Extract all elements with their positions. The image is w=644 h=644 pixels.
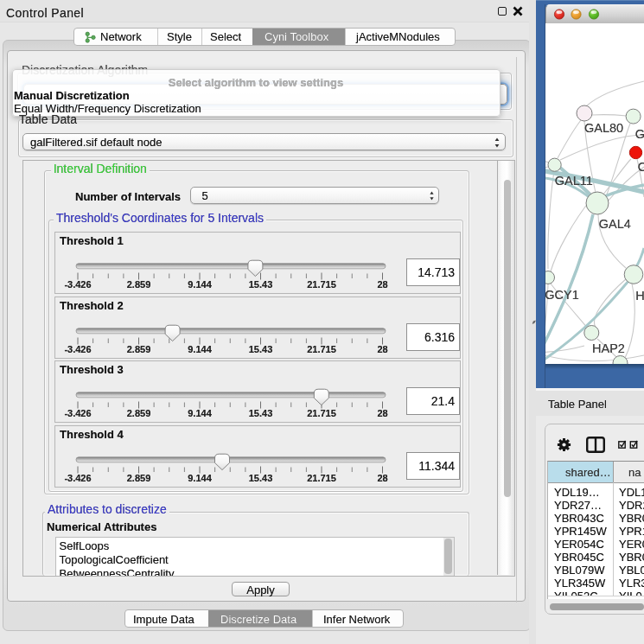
svg-text:C: C (638, 160, 644, 174)
svg-text:G: G (635, 127, 644, 141)
svg-text:HAP2: HAP2 (592, 341, 625, 355)
svg-text:GAL80: GAL80 (584, 121, 623, 135)
svg-text:GAL11: GAL11 (555, 174, 593, 188)
svg-text:H: H (635, 289, 644, 303)
svg-text:GAL4: GAL4 (599, 217, 631, 231)
svg-text:GCY1: GCY1 (545, 288, 579, 302)
